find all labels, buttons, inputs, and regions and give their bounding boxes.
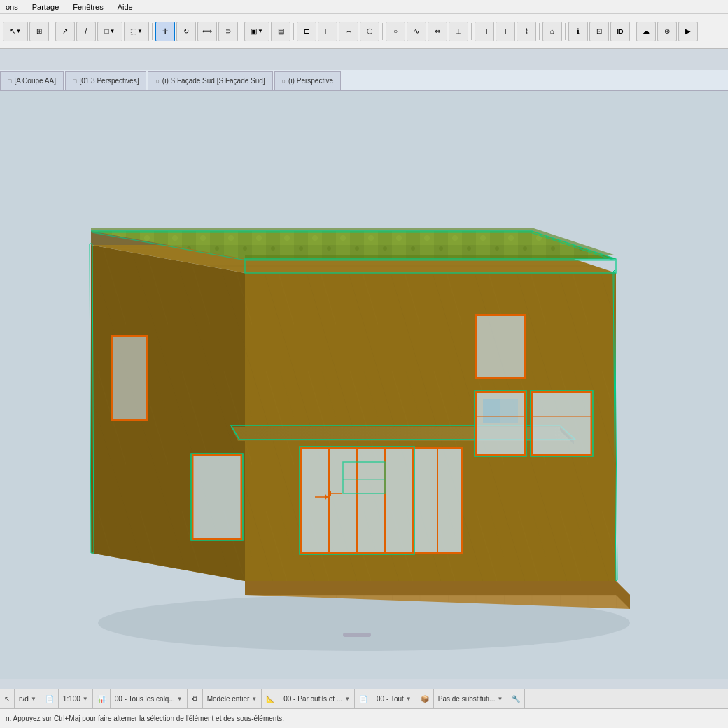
tab-coupe-icon: □ [8,78,11,85]
tab-facade-sud[interactable]: ○ (i) S Façade Sud [S Façade Sud] [148,71,272,90]
status-doc2-icon[interactable]: 📄 [355,690,372,708]
wall-tool[interactable]: ▣▼ [244,22,270,41]
spline-tool[interactable]: ∿ [407,22,426,41]
more-tool[interactable]: ▶ [678,22,698,41]
wrench-icon: 🔧 [512,695,520,703]
status-select[interactable]: ↖ [0,690,15,708]
svg-rect-63 [476,315,525,378]
status-box-icon[interactable]: 📦 [416,690,434,708]
dimension-tool[interactable]: ⟺ [197,22,217,41]
svg-rect-54 [532,392,592,455]
doc-icon: 📄 [46,695,54,703]
sep6 [471,23,472,40]
arc-tool[interactable]: ⌢ [339,22,358,41]
object-tool[interactable]: ⬚▼ [124,22,149,41]
polygon-tool[interactable]: ⬡ [360,22,379,41]
select-tool[interactable]: ↖▼ [3,22,28,41]
subst-value: Pas de substituti... [438,695,496,703]
tab-coupe[interactable]: □ [A Coupe AA] [0,71,64,90]
gear-icon: ⚙ [192,695,198,703]
menu-fenetres[interactable]: Fenêtres [70,3,106,11]
status-nd-value: n/d [19,695,29,703]
box-icon: 📦 [421,695,429,703]
rotate-tool[interactable]: ↻ [176,22,196,41]
nd-arrow: ▼ [31,696,36,702]
scale-arrow: ▼ [83,696,88,702]
toolbar: ↖▼ ⊞ ↗ / □▼ ⬚▼ ✛ ↻ ⟺ ⊃ ▣▼ ▤ ⊏ ⊢ ⌢ ⬡ ○ ∿ … [0,14,728,49]
doc2-icon: 📄 [359,695,368,703]
menu-partage[interactable]: Partage [29,3,62,11]
status-nd[interactable]: n/d ▼ [15,690,41,708]
status-peroutils[interactable]: 00 - Par outils et ... ▼ [279,690,355,708]
tag-tool[interactable]: ⊛ [657,22,677,41]
scale-value: 1:100 [63,695,80,703]
sep1 [52,23,52,40]
tab-coupe-label: [A Coupe AA] [14,77,56,85]
status-tout[interactable]: 00 - Tout ▼ [372,690,416,708]
circle-tool[interactable]: ○ [386,22,405,41]
split-tool[interactable]: ⟂ [449,22,468,41]
sep9 [633,23,634,40]
stair-tool[interactable]: ⊏ [297,22,316,41]
status-doc-icon[interactable]: 📄 [41,690,59,708]
menu-bar: ons Partage Fenêtres Aide [0,0,728,14]
menu-ons[interactable]: ons [3,3,21,11]
beam-tool[interactable]: ⊤ [496,22,515,41]
snap-grid-tool[interactable]: ⊞ [29,22,49,41]
tab-perspectives[interactable]: □ [01.3 Perspectives] [65,71,146,90]
column-tool[interactable]: ⌇ [517,22,536,41]
cloud-tool[interactable]: ☁ [636,22,656,41]
scroll-mid[interactable] [343,633,371,637]
sep2 [152,23,153,40]
status-layers[interactable]: 00 - Tous les calq... ▼ [111,690,188,708]
tab-perspective-icon: ○ [282,78,286,85]
line-tool[interactable]: / [76,22,96,41]
tab-perspectives-icon: □ [73,78,76,85]
sep7 [539,23,540,40]
layers-arrow: ▼ [177,696,183,702]
id-tool[interactable]: ID [610,22,630,41]
tout-arrow: ▼ [406,696,412,702]
subst-arrow: ▼ [497,696,503,702]
model-value: Modèle entier [207,695,250,703]
status-gear-icon[interactable]: ⚙ [188,690,203,708]
tout-value: 00 - Tout [377,695,404,703]
status-layers-icon[interactable]: 📊 [93,690,111,708]
text-tool[interactable]: ⊃ [218,22,238,41]
layers-value: 00 - Tous les calq... [115,695,175,703]
svg-rect-50 [483,399,500,424]
trim-tool[interactable]: ⊢ [318,22,337,41]
tab-perspectives-label: [01.3 Perspectives] [79,77,139,85]
stretch-tool[interactable]: ⇔ [428,22,447,41]
svg-rect-51 [500,399,518,424]
roof-tool[interactable]: ⌂ [542,22,562,41]
menu-aide[interactable]: Aide [115,3,136,11]
building-canvas [0,91,728,679]
move-tool[interactable]: ✛ [155,22,175,41]
svg-marker-22 [245,581,616,595]
trim2-tool[interactable]: ⊣ [475,22,494,41]
tab-facade-label: (i) S Façade Sud [S Façade Sud] [162,77,265,85]
status-tool-icon[interactable]: 📐 [262,690,279,708]
select-icon: ↖ [4,695,10,703]
status-scale[interactable]: 1:100 ▼ [59,690,93,708]
tab-perspective[interactable]: ○ (i) Perspective [274,71,341,90]
settings-tool[interactable]: ⊡ [589,22,609,41]
peroutils-arrow: ▼ [344,696,350,702]
viewport[interactable] [0,91,728,679]
status-wrench-icon[interactable]: 🔧 [507,690,525,708]
peroutils-value: 00 - Par outils et ... [284,695,342,703]
info-tool[interactable]: ℹ [568,22,588,41]
status-subst[interactable]: Pas de substituti... ▼ [434,690,508,708]
sep3 [241,23,241,40]
layers-icon: 📊 [97,695,106,703]
status-model[interactable]: Modèle entier ▼ [203,690,262,708]
status-bar: ↖ n/d ▼ 📄 1:100 ▼ 📊 00 - Tous les calq..… [0,689,728,708]
svg-rect-61 [112,336,147,420]
rectangle-tool[interactable]: □▼ [97,22,122,41]
model-arrow: ▼ [251,696,257,702]
svg-rect-58 [192,455,241,539]
slab-tool[interactable]: ▤ [271,22,290,41]
tab-perspective-label: (i) Perspective [288,77,333,85]
arrow-tool[interactable]: ↗ [55,22,75,41]
